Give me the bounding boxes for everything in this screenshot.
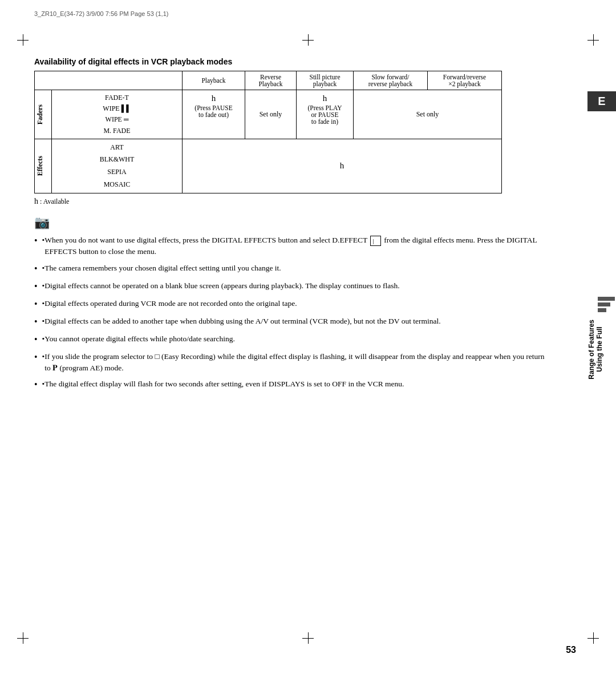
legend-symbol: h [34,197,38,205]
col-header-slow-forward: Slow forward/reverse playback [354,71,428,90]
col-header-reverse-playback: ReversePlayback [245,71,297,90]
bullet-item-8: • The digital effect display will flash … [34,378,548,392]
bullet-item-6: • You cannot operate digital effects whi… [34,333,548,346]
table-title: Availability of digital effects in VCR p… [34,57,548,66]
crosshair-top-mid [302,34,314,46]
bar-3 [598,308,606,312]
bullet-text-6: You cannot operate digital effects while… [44,333,548,345]
bullet-item-4: • Digital effects operated during VCR mo… [34,298,548,311]
bullet-item-5: • Digital effects can be added to anothe… [34,316,548,329]
fader-still-cell: h (Press PLAYor PAUSEto fade in) [297,90,354,139]
top-corner-text: 3_ZR10_E(34-72) 3/9/00 7:56 PM Page 53 (… [34,10,168,17]
crosshair-bottom-left [17,632,29,644]
main-content: Availability of digital effects in VCR p… [34,57,548,392]
right-side-bars [598,297,615,312]
bar-2 [598,302,610,306]
legend: h : Available [34,197,548,206]
bar-1 [598,297,615,301]
note-icon-area: 📷 [34,215,548,230]
crosshair-top-right [587,34,599,46]
effects-label: Effects [35,151,46,180]
bullet-text-1: When you do not want to use digital effe… [44,235,548,258]
col-header-forward-reverse: Forward/reverse×2 playback [428,71,502,90]
bullet-list: • When you do not want to use digital ef… [34,235,548,392]
bullet-text-3: Digital effects cannot be operated on a … [44,280,548,292]
crosshair-bottom-mid [302,632,314,644]
bullet-item-1: • When you do not want to use digital ef… [34,235,548,258]
page-number: 53 [566,645,576,655]
deffect-symbol: | [370,236,380,247]
right-sidebar-label: Range of Features Using the Full [587,320,615,380]
faders-label: Faders [35,100,46,129]
bullet-item-3: • Digital effects cannot be operated on … [34,280,548,293]
effect-available-cell: h [183,139,502,193]
bullet-text-5: Digital effects can be added to another … [44,316,548,327]
crosshair-top-left [17,34,29,46]
fader-items: FADE-TWIPE ▌▌WIPE ═M. FADE [52,90,183,139]
col-header-playback: Playback [183,71,245,90]
crosshair-bottom-right [587,632,599,644]
bullet-text-7: If you slide the program selector to □ (… [44,351,548,374]
bullet-text-4: Digital effects operated during VCR mode… [44,298,548,309]
page-container: 3_ZR10_E(34-72) 3/9/00 7:56 PM Page 53 (… [0,0,616,678]
effects-table: Playback ReversePlayback Still picturepl… [34,71,502,193]
note-icon: 📷 [34,215,50,229]
legend-text: : Available [40,197,69,205]
fader-slow-cell: Set only [354,90,502,139]
col-header-still-picture: Still pictureplayback [297,71,354,90]
section-tab-e: E [587,91,616,111]
fader-reverse-cell: Set only [245,90,297,139]
bullet-item-2: • The camera remembers your chosen digit… [34,263,548,276]
sidebar-text: Range of Features Using the Full [587,320,604,380]
fader-playback-cell: h (Press PAUSEto fade out) [183,90,245,139]
bullet-text-8: The digital effect display will flash fo… [44,378,548,390]
bullet-item-7: • If you slide the program selector to □… [34,351,548,374]
effect-items: ARTBLK&WHTSEPIAMOSAIC [52,139,183,193]
bullet-text-2: The camera remembers your chosen digital… [44,263,548,274]
